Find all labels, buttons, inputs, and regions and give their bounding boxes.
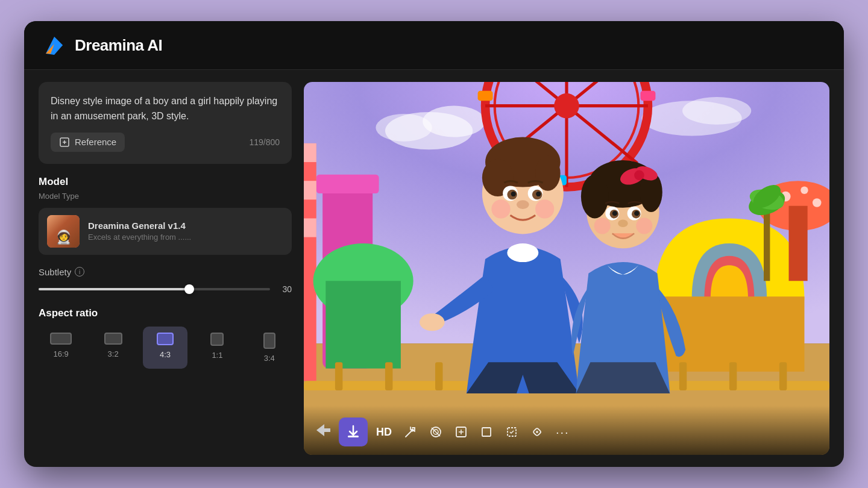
svg-rect-43 <box>729 362 737 390</box>
subtlety-slider[interactable] <box>39 283 270 295</box>
svg-point-78 <box>411 429 414 432</box>
svg-rect-24 <box>304 218 316 237</box>
aspect-1-1[interactable]: 1:1 <box>195 327 239 369</box>
aspect-16-9[interactable]: 16:9 <box>39 327 83 369</box>
aspect-icon-16-9 <box>50 333 72 345</box>
magic-wand-button[interactable] <box>400 422 421 442</box>
logo-text: Dreamina AI <box>75 36 162 55</box>
svg-point-14 <box>554 93 579 119</box>
subtlety-header: Subtlety i <box>39 267 292 277</box>
aspect-3-4[interactable]: 3:4 <box>247 327 292 369</box>
svg-rect-83 <box>482 428 491 436</box>
model-thumbnail <box>47 215 80 248</box>
image-panel: HD <box>304 82 829 455</box>
smart-crop-icon <box>505 425 518 439</box>
arrow-icon <box>313 421 332 439</box>
svg-point-53 <box>511 192 516 196</box>
aspect-4-3[interactable]: 4:3 <box>143 327 187 369</box>
left-panel: Disney style image of a boy and a girl h… <box>39 82 292 455</box>
svg-point-56 <box>491 199 510 218</box>
subtlety-section: Subtlety i 30 <box>39 267 292 295</box>
download-button[interactable] <box>339 418 368 446</box>
download-icon <box>345 424 361 440</box>
main-content: Disney style image of a boy and a girl h… <box>24 70 844 467</box>
svg-rect-39 <box>335 362 342 390</box>
slider-thumb[interactable] <box>184 284 194 294</box>
svg-point-5 <box>376 114 432 142</box>
more-dots: ··· <box>556 425 570 439</box>
slider-row: 30 <box>39 283 292 295</box>
aspect-label-4-3: 4:3 <box>160 350 171 359</box>
model-title: Model <box>39 176 292 188</box>
char-count: 119/800 <box>249 137 280 147</box>
svg-point-7 <box>682 97 751 125</box>
svg-marker-76 <box>316 424 330 436</box>
expand-icon <box>454 425 468 439</box>
svg-rect-26 <box>326 281 401 368</box>
model-thumb-image <box>47 215 80 248</box>
model-card[interactable]: Dreamina General v1.4 Excels at everythi… <box>39 208 292 255</box>
svg-rect-42 <box>679 362 687 390</box>
magic-wand-icon <box>404 425 417 439</box>
slider-fill <box>39 288 189 290</box>
svg-point-55 <box>517 200 529 209</box>
svg-rect-18 <box>640 91 655 101</box>
model-section: Model Model Type Dreamina General v1.4 E… <box>39 176 292 255</box>
svg-point-74 <box>594 217 611 234</box>
svg-rect-44 <box>779 362 787 390</box>
header: Dreamina AI <box>24 21 844 70</box>
erase-button[interactable] <box>426 422 446 442</box>
svg-point-48 <box>535 156 561 191</box>
svg-line-81 <box>432 428 440 436</box>
aspect-label-3-2: 3:2 <box>108 349 119 358</box>
prompt-footer: Reference 119/800 <box>51 133 280 152</box>
svg-point-73 <box>618 220 628 227</box>
svg-rect-21 <box>304 143 316 381</box>
aspect-icon-3-4 <box>263 333 275 349</box>
svg-rect-77 <box>348 436 359 437</box>
crop-button[interactable] <box>476 422 497 442</box>
svg-rect-22 <box>304 143 316 162</box>
prompt-box: Disney style image of a boy and a girl h… <box>39 82 292 164</box>
svg-rect-23 <box>304 181 316 199</box>
aspect-ratio-options: 16:9 3:2 4:3 1:1 <box>39 327 292 369</box>
logo-icon <box>41 32 68 58</box>
crop-icon <box>480 425 493 439</box>
slider-track <box>39 288 270 290</box>
aspect-icon-3-2 <box>104 333 122 345</box>
bandage-icon <box>530 425 544 439</box>
aspect-label-16-9: 16:9 <box>54 349 69 358</box>
svg-point-4 <box>423 106 485 137</box>
aspect-icon-1-1 <box>210 333 224 346</box>
svg-rect-34 <box>764 206 770 281</box>
aspect-icon-4-3 <box>157 333 174 345</box>
smart-crop-button[interactable] <box>502 422 522 442</box>
svg-point-58 <box>507 243 538 262</box>
svg-point-59 <box>420 313 445 331</box>
subtlety-info-icon[interactable]: i <box>75 267 84 277</box>
aspect-3-2[interactable]: 3:2 <box>90 327 135 369</box>
hd-button[interactable]: HD <box>373 424 395 441</box>
svg-point-62 <box>581 175 609 219</box>
nav-arrow[interactable] <box>313 421 332 443</box>
svg-rect-40 <box>385 362 392 390</box>
svg-rect-30 <box>789 206 808 281</box>
expand-button[interactable] <box>451 422 471 442</box>
aspect-label-3-4: 3:4 <box>264 354 275 363</box>
more-button[interactable]: ··· <box>552 422 573 443</box>
svg-point-66 <box>634 170 644 181</box>
model-description: Excels at everything from ...... <box>88 233 191 242</box>
reference-button[interactable]: Reference <box>51 133 125 152</box>
reference-icon <box>59 137 70 148</box>
bandage-button[interactable] <box>527 422 547 442</box>
aspect-label-1-1: 1:1 <box>212 351 222 360</box>
svg-point-33 <box>813 198 822 207</box>
erase-icon <box>429 425 442 439</box>
svg-point-72 <box>634 211 639 216</box>
subtlety-value: 30 <box>277 284 292 294</box>
model-subtitle: Model Type <box>39 192 292 201</box>
svg-point-54 <box>536 192 541 196</box>
model-name: Dreamina General v1.4 <box>88 221 191 231</box>
svg-point-75 <box>636 217 652 234</box>
svg-rect-17 <box>478 91 493 101</box>
